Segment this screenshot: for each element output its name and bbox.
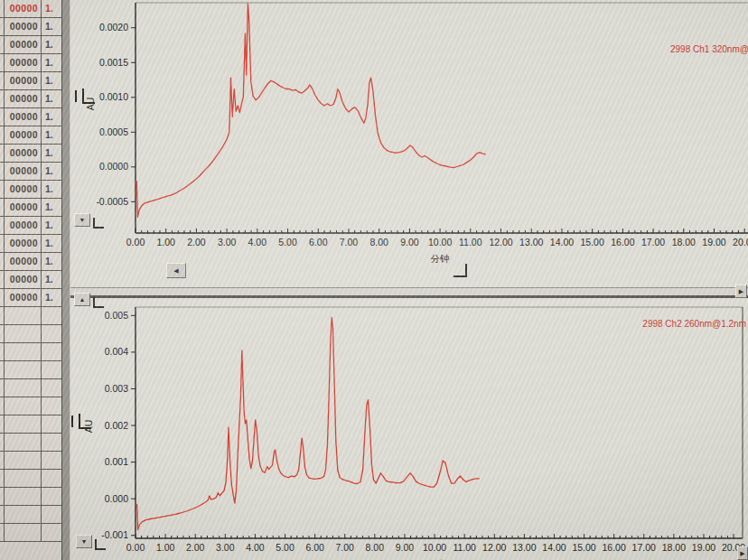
chart-panel-ch1: 0.001.002.003.004.005.006.007.008.009.00… xyxy=(70,0,748,287)
ch1-time-scroll-left-button[interactable]: ◀ xyxy=(166,263,186,278)
x-tick-label: 1.00 xyxy=(156,542,175,553)
table-row[interactable]: 000001. xyxy=(0,235,61,253)
value-cell xyxy=(5,524,42,541)
x-tick-label: 13.00 xyxy=(519,237,543,247)
table-row[interactable]: 000001. xyxy=(0,181,61,199)
x-tick-label: 17.00 xyxy=(641,237,665,247)
table-row[interactable]: 000001. xyxy=(0,18,61,36)
table-row[interactable] xyxy=(0,361,61,379)
y-tick-label: 0.001 xyxy=(105,456,128,467)
x-tick-label: 14.00 xyxy=(550,237,574,247)
value-cell xyxy=(5,361,42,378)
plot-area[interactable] xyxy=(136,307,743,538)
value-cell: 00000 xyxy=(5,145,42,162)
table-row[interactable]: 000001. xyxy=(0,199,61,217)
table-row[interactable]: 000001. xyxy=(0,271,61,289)
flag-cell xyxy=(42,343,61,360)
down-arrow-icon: ▼ xyxy=(81,538,88,545)
x-tick-label: 5.00 xyxy=(278,237,297,247)
table-row[interactable]: 000001. xyxy=(0,289,61,307)
y-tick-label: 0.0020 xyxy=(99,22,128,33)
table-row[interactable] xyxy=(0,434,61,452)
x-tick-label: 17.00 xyxy=(632,542,656,553)
ch2-axis-scroll-up-button[interactable]: ▲ xyxy=(74,293,90,306)
table-row[interactable] xyxy=(0,325,61,343)
ch1-axis-scroll-down-button[interactable]: ▼ xyxy=(74,213,90,227)
table-row[interactable]: 000001. xyxy=(0,90,61,108)
value-cell: 00000 xyxy=(5,235,42,252)
x-tick-label: 15.00 xyxy=(581,237,604,247)
table-row[interactable]: 000001. xyxy=(0,145,61,163)
x-tick-label: 2.00 xyxy=(186,542,205,553)
table-row[interactable]: 000001. xyxy=(0,72,61,90)
horizontal-splitter[interactable] xyxy=(70,287,748,298)
x-tick-label: 8.00 xyxy=(369,237,388,247)
chart-area: 0.001.002.003.004.005.006.007.008.009.00… xyxy=(70,0,748,560)
table-row[interactable]: 000001. xyxy=(0,163,61,181)
trace-legend: 2998 Ch2 260nm@1.2nm xyxy=(642,319,746,329)
table-row[interactable] xyxy=(0,506,61,524)
value-cell: 00000 xyxy=(5,0,42,17)
x-tick-label: 12.00 xyxy=(489,237,512,247)
flag-cell: 1. xyxy=(42,72,61,89)
table-row[interactable] xyxy=(0,397,61,415)
flag-cell: 1. xyxy=(42,90,61,107)
ch1-time-scroll-right-button[interactable]: ▶ xyxy=(735,285,747,298)
y-tick-label: 0.002 xyxy=(105,420,128,431)
x-tick-label: 13.00 xyxy=(512,542,536,553)
y-tick-label: 0.0010 xyxy=(99,91,128,102)
value-cell xyxy=(5,379,42,397)
x-tick-label: 3.00 xyxy=(216,542,235,553)
chromatogram-ch1: 0.001.002.003.004.005.006.007.008.009.00… xyxy=(70,0,748,287)
flag-cell: 1. xyxy=(42,253,61,270)
table-row[interactable] xyxy=(0,415,61,434)
x-axis-corner-bracket xyxy=(453,264,466,276)
flag-cell: 1. xyxy=(42,181,61,198)
y-axis-title: AU xyxy=(83,420,94,434)
table-row[interactable] xyxy=(0,307,61,325)
x-tick-label: 14.00 xyxy=(542,542,566,553)
y-tick-label: 0.0005 xyxy=(99,126,128,137)
x-tick-label: 6.00 xyxy=(309,237,328,247)
value-cell: 00000 xyxy=(5,18,42,35)
x-tick-label: 2.00 xyxy=(187,237,206,247)
plot-area[interactable] xyxy=(136,3,748,233)
ch2-axis-scroll-down-button[interactable]: ▼ xyxy=(76,535,92,548)
table-row[interactable]: 000001. xyxy=(0,0,61,18)
table-row[interactable] xyxy=(0,488,61,506)
flag-cell: 1. xyxy=(42,0,61,17)
ch2-time-scroll-right-button[interactable]: ▶ xyxy=(737,546,748,560)
ch1-y-split-bracket xyxy=(93,218,104,229)
value-cell: 00000 xyxy=(5,163,42,180)
table-row[interactable]: 000001. xyxy=(0,54,61,72)
x-tick-label: 10.00 xyxy=(428,237,452,247)
flag-cell: 1. xyxy=(42,36,61,53)
table-row[interactable]: 000001. xyxy=(0,36,61,54)
table-row[interactable] xyxy=(0,379,61,397)
value-cell xyxy=(5,470,42,487)
flag-cell: 1. xyxy=(42,54,61,71)
vertical-splitter[interactable] xyxy=(61,0,70,560)
flag-cell: 1. xyxy=(42,289,61,306)
y-tick-label: -0.0005 xyxy=(96,196,128,207)
trace-legend: 2998 Ch1 320nm@1.2nm xyxy=(670,44,748,54)
table-row[interactable]: 000001. xyxy=(0,108,61,126)
flag-cell: 1. xyxy=(42,163,61,180)
y-tick-label: 0.004 xyxy=(105,346,128,357)
table-row[interactable]: 000001. xyxy=(0,253,61,271)
flag-cell xyxy=(42,325,61,342)
table-row[interactable] xyxy=(0,524,61,542)
value-cell: 00000 xyxy=(5,54,42,71)
table-row[interactable] xyxy=(0,343,61,361)
x-tick-label: 11.00 xyxy=(459,237,482,247)
table-row[interactable]: 000001. xyxy=(0,126,61,145)
table-row[interactable] xyxy=(0,470,61,488)
value-cell: 00000 xyxy=(5,126,42,144)
chart-panel-ch2: 0.001.002.003.004.005.006.007.008.009.00… xyxy=(70,298,748,560)
table-row[interactable] xyxy=(0,452,61,470)
x-tick-label: 15.00 xyxy=(572,542,595,553)
value-cell: 00000 xyxy=(5,271,42,288)
value-cell: 00000 xyxy=(5,181,42,198)
flag-cell xyxy=(42,415,61,433)
table-row[interactable]: 000001. xyxy=(0,217,61,235)
